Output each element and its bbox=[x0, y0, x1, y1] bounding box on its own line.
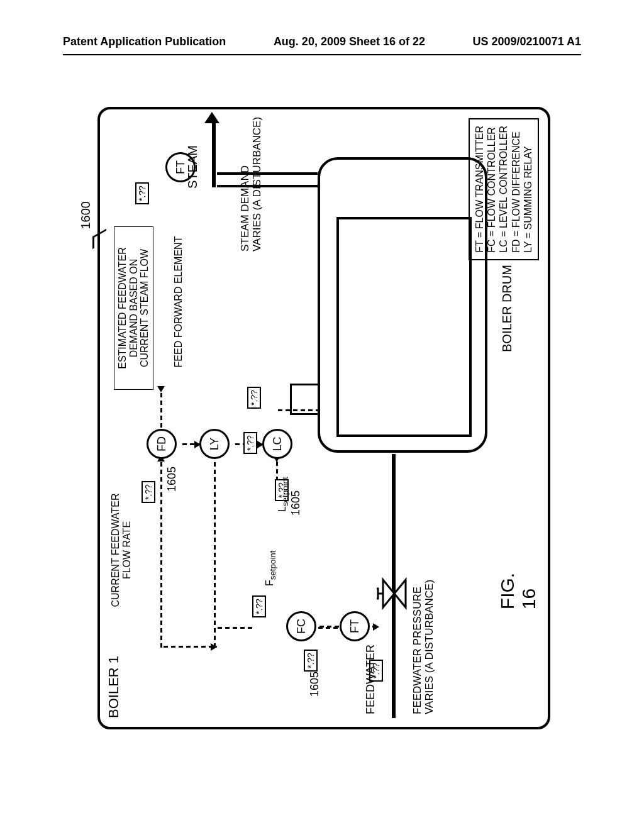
diagram-rotated-wrap: 1600 BOILER 1 CURRENT FEEDWATER FLOW RAT… bbox=[97, 107, 550, 729]
unit-tag: *.?? bbox=[142, 481, 155, 503]
dashed-line bbox=[160, 646, 217, 648]
unit-tag: *.?? bbox=[247, 387, 261, 409]
unit-tag: *.?? bbox=[304, 650, 318, 672]
setpoint-f-sym: F bbox=[264, 580, 275, 586]
legend-ft: FT = FLOW TRANSMITTER bbox=[474, 126, 486, 253]
ref-1605: 1605 bbox=[308, 672, 321, 697]
setpoint-l: Lsetpoint bbox=[277, 477, 290, 512]
header-center: Aug. 20, 2009 Sheet 16 of 22 bbox=[274, 35, 425, 48]
estimated-demand-note: ESTIMATED FEEDWATER DEMAND BASED ON CURR… bbox=[114, 226, 153, 390]
svg-marker-0 bbox=[394, 580, 406, 607]
steam-label: STEAM bbox=[186, 145, 199, 189]
dashed-line bbox=[214, 627, 252, 629]
unit-tag: *.?? bbox=[243, 432, 257, 454]
svg-marker-1 bbox=[383, 580, 394, 607]
setpoint-l-sub: setpoint bbox=[280, 477, 290, 506]
feedwater-flowrate-note: CURRENT FEEDWATER FLOW RATE bbox=[110, 468, 132, 632]
control-valve-icon bbox=[377, 577, 409, 610]
boiler-title: BOILER 1 bbox=[106, 656, 121, 718]
unit-tag: *.?? bbox=[135, 182, 149, 204]
legend-ly: LY = SUMMING RELAY bbox=[522, 126, 534, 253]
page-header: Patent Application Publication Aug. 20, … bbox=[63, 35, 581, 48]
figure-area: 1600 BOILER 1 CURRENT FEEDWATER FLOW RAT… bbox=[97, 107, 550, 729]
legend-lc: LC = LEVEL CONTROLLER bbox=[497, 126, 509, 253]
instrument-ly: LY bbox=[199, 429, 230, 459]
unit-tag: *.?? bbox=[252, 595, 266, 617]
steam-pipe-h bbox=[212, 118, 216, 187]
legend-fd: FD = FLOW DIFFERENCE bbox=[510, 126, 522, 253]
instrument-ft-feedwater: FT bbox=[340, 611, 370, 641]
instrument-lc: LC bbox=[262, 429, 292, 459]
steam-arrow-icon bbox=[204, 112, 219, 123]
arrow-icon bbox=[157, 386, 165, 392]
legend-fc: FC = FLOW CONTROLLER bbox=[486, 126, 497, 253]
diagram: 1600 BOILER 1 CURRENT FEEDWATER FLOW RAT… bbox=[97, 107, 550, 729]
boiler-drum-label: BOILER DRUM bbox=[500, 265, 514, 352]
arrow-icon bbox=[373, 623, 379, 631]
feedwater-label: FEEDWATER bbox=[365, 645, 377, 714]
ref-1605: 1605 bbox=[289, 490, 303, 516]
dashed-line bbox=[160, 390, 162, 428]
header-rule bbox=[63, 54, 581, 55]
svg-rect-3 bbox=[377, 589, 378, 599]
setpoint-l-sym: L bbox=[277, 506, 287, 512]
ref-1600: 1600 bbox=[79, 201, 93, 230]
steam-disturbance-note: STEAM DEMAND VARIES (A DISTURBANCE) bbox=[240, 107, 263, 252]
feedwater-disturbance-note: FEEDWATER PRESSURE VARIES (A DISTURBANCE… bbox=[412, 545, 435, 714]
ref-1605: 1605 bbox=[165, 467, 179, 492]
dashed-line bbox=[214, 459, 216, 648]
legend-box: FT = FLOW TRANSMITTER FC = FLOW CONTROLL… bbox=[469, 118, 539, 260]
setpoint-f: Fsetpoint bbox=[264, 551, 277, 586]
setpoint-f-sub: setpoint bbox=[268, 551, 277, 580]
header-right: US 2009/0210071 A1 bbox=[473, 35, 581, 48]
boiler-drum-inner bbox=[336, 217, 472, 437]
figure-caption: FIG. 16 bbox=[497, 573, 644, 609]
level-tube bbox=[290, 384, 319, 415]
patent-page: Patent Application Publication Aug. 20, … bbox=[0, 0, 644, 830]
dashed-line bbox=[160, 459, 162, 648]
instrument-fd: FD bbox=[147, 429, 177, 459]
instrument-fc: FC bbox=[286, 611, 316, 641]
header-left: Patent Application Publication bbox=[63, 35, 226, 48]
feed-forward-element-label: FEED FORWARD ELEMENT bbox=[173, 226, 184, 377]
steam-pipe-v bbox=[217, 172, 318, 187]
arrow-icon bbox=[211, 643, 217, 651]
